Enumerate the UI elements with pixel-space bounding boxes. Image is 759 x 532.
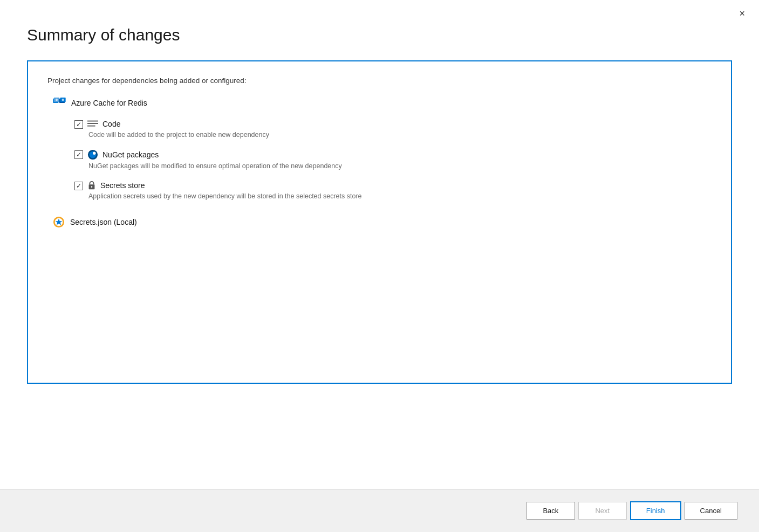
code-check-row: Code Code will be added to the project t… xyxy=(74,119,712,146)
secrets-store-title: Secrets store xyxy=(100,181,145,190)
nuget-checkbox-wrapper xyxy=(74,150,83,159)
secrets-store-description: Application secrets used by the new depe… xyxy=(88,192,362,200)
secrets-check-row: Secrets store Application secrets used b… xyxy=(74,181,712,208)
close-button[interactable]: × xyxy=(735,6,749,20)
nuget-item-header: NuGet packages xyxy=(87,149,342,160)
secrets-json-item: Secrets.json (Local) xyxy=(53,216,712,228)
page-title: Summary of changes xyxy=(27,26,732,44)
footer: Back Next Finish Cancel xyxy=(0,489,759,532)
nuget-checkbox[interactable] xyxy=(74,150,83,159)
code-item-content: Code Code will be added to the project t… xyxy=(87,119,269,146)
back-button[interactable]: Back xyxy=(526,502,575,520)
secrets-json-icon xyxy=(53,216,65,228)
code-checkbox-wrapper xyxy=(74,120,83,129)
secrets-item-header: Secrets store xyxy=(87,181,362,190)
next-button[interactable]: Next xyxy=(578,502,627,520)
secrets-checkbox-wrapper xyxy=(74,182,83,190)
azure-cache-label: Azure Cache for Redis xyxy=(71,99,147,107)
secrets-item-content: Secrets store Application secrets used b… xyxy=(87,181,362,208)
section-description: Project changes for dependencies being a… xyxy=(47,77,712,85)
code-checkbox[interactable] xyxy=(74,120,83,129)
main-content: Project changes for dependencies being a… xyxy=(0,60,759,489)
secrets-checkbox[interactable] xyxy=(74,182,83,190)
code-icon xyxy=(87,119,98,129)
svg-point-11 xyxy=(93,152,95,155)
lock-icon xyxy=(87,181,96,190)
nuget-item-content: NuGet packages NuGet packages will be mo… xyxy=(87,149,342,177)
nuget-title: NuGet packages xyxy=(102,150,159,159)
cancel-button[interactable]: Cancel xyxy=(685,502,737,520)
summary-box: Project changes for dependencies being a… xyxy=(27,60,732,384)
code-title: Code xyxy=(102,120,120,128)
nuget-description: NuGet packages will be modified to ensur… xyxy=(88,162,342,170)
svg-rect-6 xyxy=(87,121,98,122)
nuget-check-row: NuGet packages NuGet packages will be mo… xyxy=(74,149,712,177)
svg-point-5 xyxy=(62,99,64,101)
check-items-list: Code Code will be added to the project t… xyxy=(74,119,712,211)
svg-point-4 xyxy=(56,99,58,101)
secrets-json-label: Secrets.json (Local) xyxy=(70,218,137,226)
page-header: Summary of changes xyxy=(0,20,759,60)
svg-rect-8 xyxy=(87,126,95,127)
azure-cache-icon xyxy=(53,98,66,108)
nuget-icon xyxy=(87,149,98,160)
azure-cache-item: Azure Cache for Redis xyxy=(53,98,712,108)
code-description: Code will be added to the project to ena… xyxy=(88,131,269,139)
title-bar: × xyxy=(0,0,759,20)
finish-button[interactable]: Finish xyxy=(630,501,681,520)
svg-rect-7 xyxy=(87,123,98,124)
code-item-header: Code xyxy=(87,119,269,129)
svg-point-13 xyxy=(91,186,93,188)
